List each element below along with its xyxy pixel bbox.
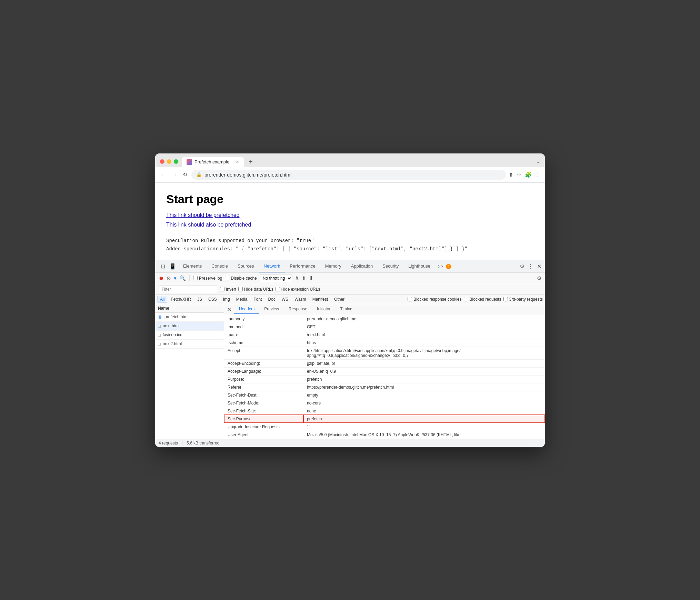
new-tab-button[interactable]: +: [246, 158, 256, 167]
type-manifest[interactable]: Manifest: [310, 296, 331, 303]
tab-bar-chevron-icon[interactable]: ⌄: [536, 159, 540, 167]
settings-icon[interactable]: ⚙: [520, 263, 524, 270]
throttle-select[interactable]: No throttling: [260, 274, 292, 282]
third-party-checkbox[interactable]: [503, 297, 508, 301]
blocked-response-cookies-checkbox[interactable]: [408, 297, 412, 301]
active-tab[interactable]: Prefetch example ×: [182, 157, 244, 167]
devtools-panel: ⊡ 📱 Elements Console Sources Network Per…: [155, 260, 545, 447]
tab-console[interactable]: Console: [207, 260, 233, 272]
disable-cache-checkbox[interactable]: [225, 276, 229, 280]
header-row-accept-language: Accept-Language: en-US,en;q=0.9: [224, 367, 545, 375]
more-icon[interactable]: ⋮: [535, 171, 541, 178]
tab-timing[interactable]: Timing: [335, 304, 357, 314]
type-doc[interactable]: Doc: [265, 296, 278, 303]
wifi-icon[interactable]: ⊻: [295, 275, 299, 281]
devtools-device-icon[interactable]: 📱: [167, 260, 178, 272]
bookmark-icon[interactable]: ☆: [517, 171, 521, 178]
preserve-log-checkbox[interactable]: [193, 276, 198, 280]
type-css[interactable]: CSS: [206, 296, 220, 303]
tab-more[interactable]: >> 2: [435, 261, 454, 272]
refresh-button[interactable]: ↻: [181, 170, 189, 179]
tab-application[interactable]: Application: [346, 260, 378, 272]
header-value-sec-fetch-site: none: [303, 407, 545, 415]
record-icon[interactable]: ⏺: [159, 275, 164, 281]
devtools-inspect-icon[interactable]: ⊡: [159, 260, 167, 272]
header-name-accept: Accept:: [224, 347, 303, 359]
invert-label[interactable]: Invert: [220, 287, 236, 292]
third-party-label[interactable]: 3rd-party requests: [503, 297, 543, 302]
prefetch-link-2[interactable]: This link should also be prefetched: [166, 222, 534, 228]
tab-favicon-icon: [187, 159, 192, 165]
extensions-icon[interactable]: 🧩: [525, 171, 532, 178]
type-img[interactable]: Img: [220, 296, 233, 303]
type-media[interactable]: Media: [233, 296, 250, 303]
tab-lighthouse[interactable]: Lighthouse: [403, 260, 435, 272]
tab-security[interactable]: Security: [378, 260, 403, 272]
blocked-requests-checkbox[interactable]: [464, 297, 468, 301]
hide-data-urls-label[interactable]: Hide data URLs: [238, 287, 273, 292]
invert-checkbox[interactable]: [220, 287, 224, 291]
traffic-lights: [160, 159, 178, 167]
header-value-user-agent: Mozilla/5.0 (Macintosh; Intel Mac OS X 1…: [303, 431, 545, 439]
blocked-requests-label[interactable]: Blocked requests: [464, 297, 501, 302]
file-name-next: next.html: [163, 323, 180, 328]
download-icon[interactable]: ⬇: [309, 275, 313, 281]
clear-icon[interactable]: ⊘: [167, 275, 171, 281]
file-item-prefetch[interactable]: 🗎 prefetch.html: [155, 313, 224, 322]
blocked-response-cookies-label[interactable]: Blocked response cookies: [408, 297, 461, 302]
back-button[interactable]: ←: [159, 170, 168, 179]
header-name-method: :method:: [224, 323, 303, 331]
headers-close-icon[interactable]: ✕: [224, 304, 234, 315]
devtools-toolbar-icons: ⚙ ⋮ ✕: [520, 263, 541, 270]
header-row-user-agent: User-Agent: Mozilla/5.0 (Macintosh; Inte…: [224, 431, 545, 439]
type-wasm[interactable]: Wasm: [292, 296, 309, 303]
type-ws[interactable]: WS: [279, 296, 291, 303]
type-js[interactable]: JS: [194, 296, 205, 303]
header-row-accept: Accept: text/html,application/xhtml+xml,…: [224, 347, 545, 359]
address-bar[interactable]: 🔒 prerender-demos.glitch.me/prefetch.htm…: [191, 170, 506, 180]
prefetch-link-1[interactable]: This link should be prefetched: [166, 212, 534, 218]
type-font[interactable]: Font: [251, 296, 264, 303]
filter-toggle-icon[interactable]: ▾: [174, 275, 177, 281]
forward-button[interactable]: →: [170, 170, 179, 179]
hide-extension-urls-label[interactable]: Hide extension URLs: [276, 287, 320, 292]
header-row-path: :path: /next.html: [224, 331, 545, 339]
hide-extension-urls-checkbox[interactable]: [276, 287, 280, 291]
type-filter-extra: Blocked response cookies Blocked request…: [408, 297, 543, 302]
tab-preview[interactable]: Preview: [259, 304, 284, 314]
tab-network[interactable]: Network: [259, 260, 285, 272]
tab-headers[interactable]: Headers: [234, 304, 259, 314]
devtools-more-icon[interactable]: ⋮: [528, 263, 533, 270]
tab-performance[interactable]: Performance: [285, 260, 320, 272]
tab-sources[interactable]: Sources: [233, 260, 259, 272]
type-other[interactable]: Other: [331, 296, 347, 303]
share-icon[interactable]: ⬆: [509, 171, 513, 178]
disable-cache-label[interactable]: Disable cache: [225, 276, 257, 281]
header-value-method: GET: [303, 323, 545, 331]
devtools-close-icon[interactable]: ✕: [537, 263, 541, 270]
tab-initiator[interactable]: Initiator: [312, 304, 335, 314]
maximize-light[interactable]: [174, 159, 178, 164]
tab-memory[interactable]: Memory: [320, 260, 346, 272]
file-item-next2[interactable]: □ next2.html: [155, 340, 224, 349]
header-name-user-agent: User-Agent:: [224, 431, 303, 439]
search-icon[interactable]: 🔍: [179, 275, 186, 281]
upload-icon[interactable]: ⬆: [302, 275, 306, 281]
devtools-status-bar: 4 requests 5.6 kB transferred: [155, 439, 545, 447]
filter-input[interactable]: [159, 286, 217, 293]
minimize-light[interactable]: [167, 159, 171, 164]
close-light[interactable]: [160, 159, 164, 164]
file-item-next[interactable]: □ next.html: [155, 322, 224, 331]
type-fetch-xhr[interactable]: Fetch/XHR: [168, 296, 194, 303]
type-all[interactable]: All: [157, 296, 167, 303]
file-item-favicon[interactable]: □ favicon.ico: [155, 331, 224, 340]
tab-close-icon[interactable]: ×: [236, 159, 239, 165]
file-name-next2: next2.html: [163, 341, 182, 346]
tab-response[interactable]: Response: [284, 304, 312, 314]
tab-elements[interactable]: Elements: [178, 260, 207, 272]
preserve-log-label[interactable]: Preserve log: [193, 276, 222, 281]
hide-data-urls-checkbox[interactable]: [238, 287, 243, 291]
headers-table: :authority: prerender-demos.glitch.me :m…: [224, 315, 545, 439]
header-name-sec-fetch-dest: Sec-Fetch-Dest:: [224, 391, 303, 399]
network-settings-icon[interactable]: ⚙: [537, 275, 541, 281]
